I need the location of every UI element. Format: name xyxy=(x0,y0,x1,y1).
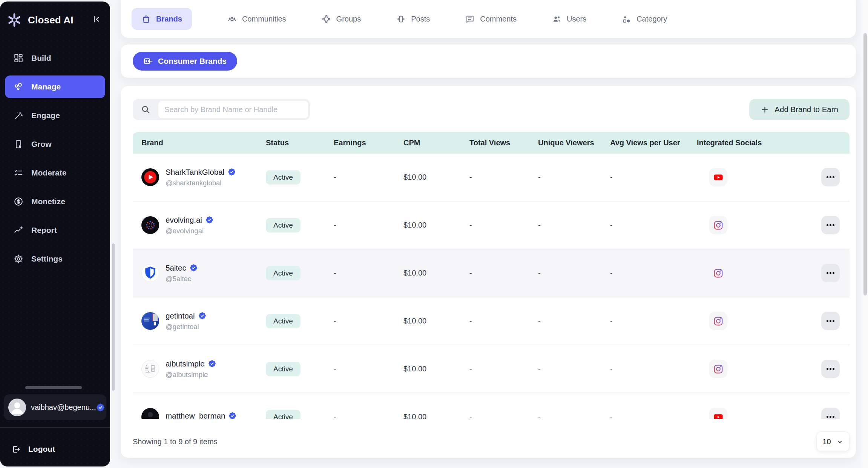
status-badge: Active xyxy=(266,218,301,232)
brand-name: 5aitec xyxy=(166,263,186,272)
youtube-icon xyxy=(713,412,724,419)
row-actions-button[interactable] xyxy=(821,408,840,419)
sidebar-item-label: Manage xyxy=(31,82,61,91)
column-header-total-views: Total Views xyxy=(469,139,538,147)
sidebar-item-engage[interactable]: Engage xyxy=(5,104,105,127)
brand-cell: aibutsimple @aibutsimple xyxy=(133,359,266,379)
page-scrollbar-thumb[interactable] xyxy=(863,33,867,296)
instagram-social-chip[interactable] xyxy=(709,360,727,378)
tab-communities[interactable]: Communities xyxy=(227,14,286,24)
brand-avatar xyxy=(141,312,159,330)
instagram-social-chip[interactable] xyxy=(709,216,727,234)
consumer-brands-button[interactable]: Consumer Brands xyxy=(133,52,237,71)
add-brand-label: Add Brand to Earn xyxy=(774,105,838,114)
cpm-value: $10.00 xyxy=(403,173,469,182)
sidebar-scrollbar[interactable] xyxy=(112,243,115,391)
table-row[interactable]: 5aitec @5aitec Active - $10.00 - - - xyxy=(133,249,850,297)
instagram-social-chip[interactable] xyxy=(709,264,727,282)
nodes-icon xyxy=(14,82,23,92)
shapes-icon xyxy=(622,14,631,24)
table-row[interactable]: evolving.ai @evolvingai Active - $10.00 … xyxy=(133,202,850,249)
tab-brands[interactable]: Brands xyxy=(132,8,192,30)
tab-comments[interactable]: Comments xyxy=(465,14,517,24)
brand-handle: @sharktankglobal xyxy=(166,179,236,187)
sidebar-divider xyxy=(0,427,110,428)
brand-cell: evolving.ai @evolvingai xyxy=(133,216,266,235)
status-badge: Active xyxy=(266,362,301,376)
logout-icon xyxy=(11,445,21,454)
youtube-social-chip[interactable] xyxy=(709,168,727,186)
row-actions-button[interactable] xyxy=(821,360,840,378)
sidebar-item-report[interactable]: Report xyxy=(5,219,105,242)
sidebar-item-settings[interactable]: Settings xyxy=(5,248,105,270)
youtube-social-chip[interactable] xyxy=(709,408,727,419)
phone-vibrate-icon xyxy=(396,14,406,24)
row-actions-button[interactable] xyxy=(821,312,840,330)
table-row[interactable]: getintoai @getintoai Active - $10.00 - -… xyxy=(133,297,850,345)
total-views-value: - xyxy=(469,413,538,419)
user-avatar xyxy=(8,399,26,416)
sidebar-item-moderate[interactable]: Moderate xyxy=(5,162,105,184)
search-input[interactable] xyxy=(158,105,308,114)
plus-icon xyxy=(761,105,769,114)
status-badge: Active xyxy=(266,266,301,280)
table-row[interactable]: matthew_berman Active - $10.00 - - - xyxy=(133,393,850,419)
brand-name: aibutsimple xyxy=(166,359,205,368)
verified-badge-icon xyxy=(228,168,236,176)
avg-views-value: - xyxy=(610,413,697,419)
instagram-icon xyxy=(713,268,724,279)
unique-viewers-value: - xyxy=(538,173,610,182)
sidebar-item-label: Report xyxy=(31,226,57,235)
brand-cell: SharkTankGlobal @sharktankglobal xyxy=(133,168,266,187)
page-size-select[interactable]: 10 xyxy=(816,431,850,452)
brand-avatar xyxy=(141,264,159,282)
gear-icon xyxy=(14,254,23,264)
sidebar-item-monetize[interactable]: Monetize xyxy=(5,190,105,213)
add-brand-button[interactable]: Add Brand to Earn xyxy=(749,99,850,120)
tab-posts[interactable]: Posts xyxy=(396,14,430,24)
unique-viewers-value: - xyxy=(538,221,610,229)
earnings-value: - xyxy=(334,413,403,419)
magic-wand-icon xyxy=(14,111,23,120)
sidebar-item-build[interactable]: Build xyxy=(5,47,105,69)
sidebar-item-label: Monetize xyxy=(31,197,65,206)
row-actions-button[interactable] xyxy=(821,216,840,234)
instagram-social-chip[interactable] xyxy=(709,312,727,330)
logout-button[interactable]: Logout xyxy=(0,439,110,459)
table-row[interactable]: aibutsimple @aibutsimple Active - $10.00… xyxy=(133,345,850,393)
column-header-integrated-socials: Integrated Socials xyxy=(697,139,787,147)
user-email: vaibhav@begenu... xyxy=(31,403,96,412)
person-icon xyxy=(8,399,26,416)
tab-groups[interactable]: Groups xyxy=(322,14,361,24)
user-card[interactable]: vaibhav@begenu... xyxy=(4,394,106,420)
sidebar-item-manage[interactable]: Manage xyxy=(5,75,105,98)
sidebar-item-label: Settings xyxy=(31,254,63,263)
verified-badge-icon xyxy=(208,360,216,368)
sidebar-item-grow[interactable]: Grow xyxy=(5,133,105,155)
brands-table: Brand Status Earnings CPM Total Views Un… xyxy=(133,132,850,419)
status-badge: Active xyxy=(266,170,301,185)
collapse-sidebar-button[interactable] xyxy=(91,14,103,26)
brand-avatar xyxy=(141,360,159,378)
cpm-value: $10.00 xyxy=(403,221,469,229)
brand-avatar xyxy=(141,168,159,186)
chevron-down-icon xyxy=(836,438,843,445)
sidebar-scroll-indicator[interactable] xyxy=(25,386,82,389)
sidebar: Closed AI BuildManageEngageGrowModerateM… xyxy=(0,2,110,466)
table-row[interactable]: SharkTankGlobal @sharktankglobal Active … xyxy=(133,154,850,202)
avatar-youtube-play-icon xyxy=(141,168,159,186)
tab-label: Communities xyxy=(242,15,286,23)
search-box xyxy=(133,99,310,120)
column-header-cpm: CPM xyxy=(403,139,469,147)
tab-label: Comments xyxy=(480,15,517,23)
tab-category[interactable]: Category xyxy=(622,14,667,24)
row-actions-button[interactable] xyxy=(821,264,840,282)
page-scrollbar[interactable] xyxy=(862,0,868,468)
tab-label: Category xyxy=(636,15,667,23)
checklist-icon xyxy=(14,168,23,178)
tab-label: Users xyxy=(567,15,586,23)
tab-users[interactable]: Users xyxy=(552,14,586,24)
row-actions-button[interactable] xyxy=(821,168,840,186)
column-header-status: Status xyxy=(266,139,334,147)
column-header-earnings: Earnings xyxy=(334,139,403,147)
